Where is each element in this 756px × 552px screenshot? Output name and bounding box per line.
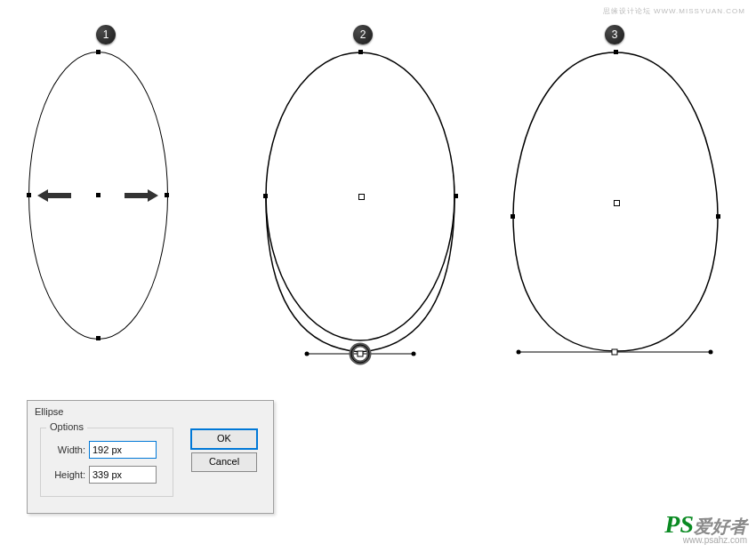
ok-button[interactable]: OK	[191, 429, 257, 449]
svg-point-3	[412, 352, 416, 356]
watermark-bottom: PS爱好者 www.psahz.com	[664, 510, 747, 545]
height-input[interactable]	[89, 466, 157, 484]
cancel-button[interactable]: Cancel	[191, 452, 257, 472]
anchor-point	[716, 214, 720, 219]
watermark-top-url: WWW.MISSYUAN.COM	[654, 7, 745, 15]
height-row: Height:	[48, 466, 157, 484]
watermark-cn: 爱好者	[694, 516, 747, 536]
step-badge-1: 1	[96, 25, 116, 44]
options-group: Options Width: Height:	[40, 428, 173, 497]
svg-rect-10	[612, 349, 617, 355]
watermark-ps: PS	[664, 510, 694, 538]
ellipse-dialog: Ellipse Options Width: Height: OK Cancel	[27, 400, 274, 514]
anchor-point	[96, 336, 101, 340]
anchor-point	[614, 50, 618, 54]
height-label: Height:	[48, 469, 85, 480]
anchor-point	[263, 194, 268, 198]
anchor-point	[511, 214, 515, 219]
center-point	[614, 200, 620, 206]
arrow-right	[125, 189, 158, 202]
watermark-top-text: 思缘设计论坛	[603, 7, 651, 15]
svg-rect-6	[358, 351, 363, 356]
anchor-handles	[302, 347, 418, 364]
options-legend: Options	[46, 421, 87, 432]
width-label: Width:	[48, 444, 85, 455]
anchor-handles	[516, 346, 713, 358]
svg-point-2	[305, 352, 310, 356]
svg-point-8	[517, 350, 521, 355]
center-point	[96, 193, 101, 197]
width-input[interactable]	[89, 441, 157, 459]
step-badge-2: 2	[353, 25, 373, 44]
step-badge-3: 3	[605, 25, 624, 44]
anchor-point	[454, 194, 458, 198]
anchor-point	[96, 50, 101, 54]
anchor-point	[358, 50, 363, 54]
width-row: Width:	[48, 441, 157, 459]
ellipse-2	[265, 52, 456, 354]
dialog-title: Ellipse	[28, 401, 273, 422]
anchor-point	[27, 193, 31, 197]
anchor-point	[165, 193, 169, 197]
watermark-top: 思缘设计论坛 WWW.MISSYUAN.COM	[603, 4, 745, 16]
svg-point-9	[709, 350, 713, 355]
center-point	[358, 194, 365, 200]
arrow-left	[37, 189, 71, 202]
